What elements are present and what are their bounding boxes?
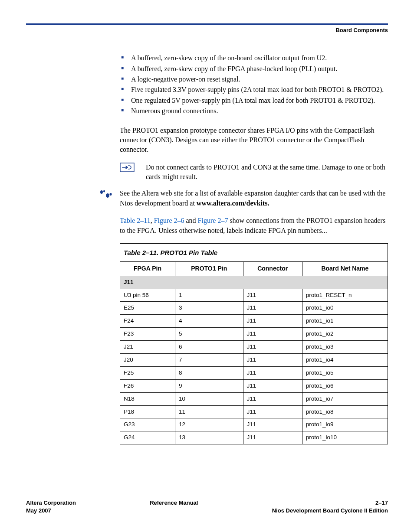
table-cell: G23 [120, 418, 175, 431]
paragraph: The PROTO1 expansion prototype connector… [120, 126, 388, 155]
svg-point-1 [100, 190, 103, 194]
table-cell: proto1_io5 [302, 366, 388, 379]
list-item: A buffered, zero-skew copy of the FPGA p… [120, 64, 388, 74]
table-row: P1811J11proto1_io8 [120, 405, 388, 418]
table-cell: 10 [175, 392, 243, 405]
footer-center: Reference Manual [76, 499, 272, 515]
table-row: F269J11proto1_io6 [120, 379, 388, 392]
table-row: G2312J11proto1_io9 [120, 418, 388, 431]
table-cell: proto1_io0 [302, 302, 388, 315]
col-header: FPGA Pin [120, 262, 175, 276]
list-item: A logic-negative power-on reset signal. [120, 75, 388, 84]
table-cell: J11 [243, 328, 302, 341]
running-header: Board Components [26, 26, 388, 34]
table-cell: proto1_io4 [302, 353, 388, 366]
table-cell: J11 [243, 379, 302, 392]
table-cell: J11 [243, 405, 302, 418]
cross-ref-link[interactable]: Figure 2–6 [154, 217, 184, 224]
footer-company: Altera Corporation [26, 499, 76, 507]
web-reference-callout: See the Altera web site for a list of av… [98, 189, 388, 208]
table-cell: F25 [120, 366, 175, 379]
table-caption: Table 2–11. PROTO1 Pin Table [120, 243, 388, 261]
footer-date: May 2007 [26, 507, 76, 515]
table-cell: J11 [243, 366, 302, 379]
table-row: J216J11proto1_io3 [120, 341, 388, 354]
page-footer: Altera Corporation May 2007 Reference Ma… [26, 499, 388, 515]
table-header-row: FPGA Pin PROTO1 Pin Connector Board Net … [120, 262, 388, 276]
table-cell: J20 [120, 353, 175, 366]
header-rule [26, 23, 388, 25]
list-item: A buffered, zero-skew copy of the on-boa… [120, 53, 388, 63]
table-cell: 4 [175, 315, 243, 328]
table-row: G2413J11proto1_io10 [120, 431, 388, 444]
table-cell: J11 [243, 341, 302, 354]
table-cell: proto1_io1 [302, 315, 388, 328]
table-cell: proto1_io3 [302, 341, 388, 354]
main-content: A buffered, zero-skew copy of the on-boa… [120, 53, 388, 182]
col-header: Board Net Name [302, 262, 388, 276]
table-cell: G24 [120, 431, 175, 444]
table-cell: 6 [175, 341, 243, 354]
table-cell: proto1_io9 [302, 418, 388, 431]
table-cell: U3 pin 56 [120, 289, 175, 302]
footer-product: Nios Development Board Cyclone II Editio… [272, 507, 388, 515]
section-label: J11 [120, 276, 388, 289]
svg-point-3 [106, 193, 109, 198]
table-row: F244J11proto1_io1 [120, 315, 388, 328]
table-cell: proto1_io6 [302, 379, 388, 392]
feature-list: A buffered, zero-skew copy of the on-boa… [120, 53, 388, 116]
table-cell: 7 [175, 353, 243, 366]
url-text: www.altera.com/devkits. [197, 199, 269, 207]
table-cell: proto1_io8 [302, 405, 388, 418]
footprints-icon [98, 189, 120, 208]
table-cell: J21 [120, 341, 175, 354]
table-cell: J11 [243, 431, 302, 444]
text-fragment: , [151, 217, 154, 224]
note-text: Do not connect cards to PROTO1 and CON3 … [146, 163, 388, 182]
note-callout: Do not connect cards to PROTO1 and CON3 … [120, 163, 388, 182]
footer-right: 2–17 Nios Development Board Cyclone II E… [272, 499, 388, 515]
main-content-continued: Table 2–11, Figure 2–6 and Figure 2–7 sh… [120, 216, 388, 444]
text-fragment: and [184, 217, 198, 224]
table-cell: J11 [243, 289, 302, 302]
paragraph: Table 2–11, Figure 2–6 and Figure 2–7 sh… [120, 216, 388, 235]
note-text: See the Altera web site for a list of av… [120, 189, 388, 208]
table-row: F258J11proto1_io5 [120, 366, 388, 379]
table-cell: F24 [120, 315, 175, 328]
table-cell: 3 [175, 302, 243, 315]
table-cell: 1 [175, 289, 243, 302]
list-item: One regulated 5V power-supply pin (1A to… [120, 96, 388, 105]
cross-ref-link[interactable]: Figure 2–7 [198, 217, 228, 224]
svg-point-2 [103, 190, 105, 193]
svg-point-4 [110, 193, 112, 196]
table-cell: 5 [175, 328, 243, 341]
table-row: N1810J11proto1_io7 [120, 392, 388, 405]
table-cell: N18 [120, 392, 175, 405]
table-cell: J11 [243, 353, 302, 366]
footer-left: Altera Corporation May 2007 [26, 499, 76, 515]
table-cell: proto1_io7 [302, 392, 388, 405]
table-cell: E25 [120, 302, 175, 315]
list-item: Numerous ground connections. [120, 106, 388, 116]
table-row: J207J11proto1_io4 [120, 353, 388, 366]
table-cell: 8 [175, 366, 243, 379]
table-cell: J11 [243, 392, 302, 405]
table-section-row: J11 [120, 276, 388, 289]
table-row: E253J11proto1_io0 [120, 302, 388, 315]
table-cell: J11 [243, 302, 302, 315]
table-cell: proto1_io2 [302, 328, 388, 341]
table-cell: proto1_RESET_n [302, 289, 388, 302]
proto1-pin-table: Table 2–11. PROTO1 Pin Table FPGA Pin PR… [120, 243, 388, 444]
col-header: Connector [243, 262, 302, 276]
table-cell: F23 [120, 328, 175, 341]
list-item: Five regulated 3.3V power-supply pins (2… [120, 85, 388, 95]
table-row: F235J11proto1_io2 [120, 328, 388, 341]
table-cell: 9 [175, 379, 243, 392]
table-row: U3 pin 561J11proto1_RESET_n [120, 289, 388, 302]
table-cell: 11 [175, 405, 243, 418]
cross-ref-link[interactable]: Table 2–11 [120, 217, 151, 224]
table-cell: J11 [243, 418, 302, 431]
table-cell: F26 [120, 379, 175, 392]
footer-doc-title: Reference Manual [76, 499, 272, 507]
table-body: J11 U3 pin 561J11proto1_RESET_nE253J11pr… [120, 276, 388, 444]
